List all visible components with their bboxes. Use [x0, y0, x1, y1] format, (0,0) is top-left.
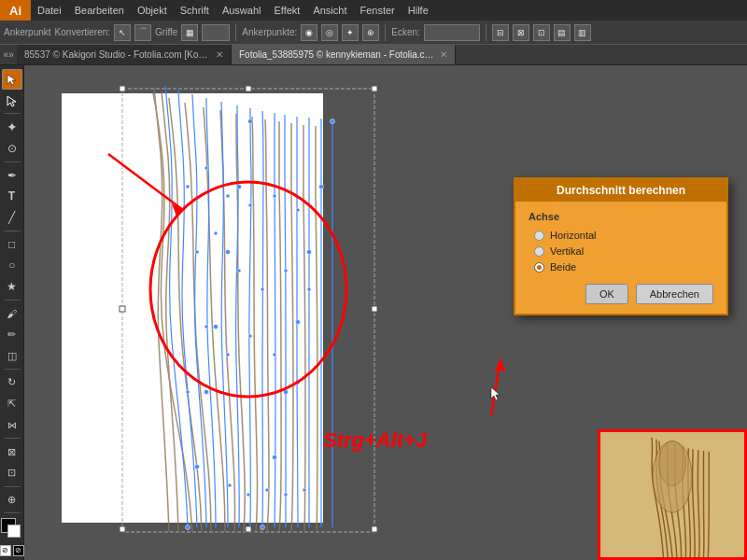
grips-icon[interactable]: ▦ [181, 24, 198, 41]
left-toolbar: ✦ ⊙ ✒ T ╱ □ ○ ★ 🖌 ✏ ◫ ↻ ⇱ ⋈ ⊠ ⊡ ⊕ ⊘ ⊘ [0, 65, 24, 560]
none-swatches: ⊘ ⊘ [0, 545, 24, 556]
menu-effekt[interactable]: Effekt [267, 3, 306, 18]
svg-marker-52 [495, 359, 506, 371]
svg-point-11 [186, 525, 190, 530]
menu-auswahl[interactable]: Auswahl [216, 3, 268, 18]
separator1 [235, 24, 236, 41]
menu-objekt[interactable]: Objekt [131, 3, 174, 18]
svg-rect-3 [120, 86, 125, 91]
tool-sep-2 [4, 161, 21, 162]
menu-schrift[interactable]: Schrift [174, 3, 216, 18]
tool-line[interactable]: ╱ [2, 207, 22, 228]
tool-pencil[interactable]: ✏ [2, 325, 22, 345]
tab-collapse-btn[interactable]: «» [0, 45, 17, 64]
shortcut-annotation: Strg+Alt+J [323, 428, 427, 453]
svg-point-56 [659, 441, 686, 486]
tool-sep-1 [4, 113, 21, 114]
tool-paintbrush[interactable]: 🖌 [2, 303, 22, 324]
tool-sep-4 [4, 300, 21, 301]
dialog-body: Achse Horizontal Vertikal Beide [515, 202, 726, 314]
anchor-icon[interactable]: ◉ [301, 24, 317, 41]
menu-hilfe[interactable]: Hilfe [402, 3, 435, 18]
radio-beide-label: Beide [550, 261, 576, 273]
tool-star[interactable]: ★ [2, 276, 22, 297]
tool-warp[interactable]: ⋈ [2, 415, 22, 436]
menu-fenster[interactable]: Fenster [353, 3, 401, 18]
canvas-area[interactable]: Strg+Alt+J Durchschnitt berechnen Achse … [24, 65, 747, 560]
tool-pen[interactable]: ✒ [2, 165, 22, 186]
tab-1-close[interactable]: ✕ [216, 49, 223, 60]
radio-horizontal-label: Horizontal [550, 230, 597, 241]
tool-eraser[interactable]: ◫ [2, 345, 22, 366]
dialog-durchschnitt: Durchschnitt berechnen Achse Horizontal … [514, 177, 728, 315]
anchor-points-label: Ankerpunkte: [242, 27, 297, 37]
align-icon4[interactable]: ▤ [554, 24, 571, 41]
align-icon5[interactable]: ▥ [574, 24, 591, 41]
background-swatch[interactable] [7, 525, 21, 538]
tab-2-close[interactable]: ✕ [440, 49, 447, 60]
anchor-label: Ankerpunkt [4, 27, 51, 37]
tab-1-label: 85537 © Kakigori Studio - Fotolia.com [K… [24, 49, 210, 60]
thumbnail-svg [600, 432, 744, 557]
radio-horizontal-circle[interactable] [534, 231, 544, 241]
svg-rect-4 [246, 86, 251, 91]
svg-rect-8 [120, 526, 125, 532]
convert-icon2[interactable]: ⌒ [134, 24, 151, 41]
canvas-document [62, 93, 323, 523]
tab-2[interactable]: Fotolia_53885975 © kennykieman - Fotolia… [232, 45, 456, 64]
tool-sep-5 [4, 369, 21, 370]
stroke-none[interactable]: ⊘ [13, 545, 24, 556]
tool-scale[interactable]: ⇱ [2, 394, 22, 414]
tool-selection[interactable] [2, 69, 22, 90]
thumbnail-image [598, 429, 747, 560]
color-swatches[interactable] [1, 518, 23, 540]
dialog-title: Durchschnitt berechnen [515, 179, 726, 202]
menu-datei[interactable]: Datei [31, 3, 68, 18]
radio-horizontal[interactable]: Horizontal [534, 230, 713, 241]
menu-bearbeiten[interactable]: Bearbeiten [68, 3, 131, 18]
tool-zoom[interactable]: ⊕ [2, 490, 22, 511]
cancel-button[interactable]: Abbrechen [636, 284, 713, 304]
grips-input[interactable] [202, 24, 230, 41]
tool-text[interactable]: T [2, 187, 22, 207]
tool-eyedropper[interactable]: ⊡ [2, 463, 22, 483]
svg-point-24 [331, 119, 335, 124]
tool-rect[interactable]: □ [2, 234, 22, 255]
align-icon1[interactable]: ⊟ [492, 24, 509, 41]
svg-point-18 [261, 525, 265, 530]
ok-button[interactable]: OK [585, 284, 628, 304]
tab-2-label: Fotolia_53885975 © kennykieman - Fotolia… [239, 49, 434, 60]
radio-vertikal[interactable]: Vertikal [534, 245, 713, 257]
control-toolbar: Ankerpunkt Konvertieren: ↖ ⌒ Griffe ▦ An… [0, 21, 747, 45]
align-icon2[interactable]: ⊠ [513, 24, 529, 41]
menu-ansicht[interactable]: Ansicht [306, 3, 353, 18]
radio-beide-circle[interactable] [534, 262, 544, 273]
tool-rotate[interactable]: ↻ [2, 372, 22, 393]
svg-rect-5 [372, 86, 377, 91]
align-icon3[interactable]: ⊡ [533, 24, 550, 41]
radio-beide[interactable]: Beide [534, 261, 713, 273]
svg-rect-9 [246, 526, 251, 532]
corners-input[interactable] [424, 24, 480, 41]
svg-marker-53 [491, 387, 500, 400]
anchor-icon4[interactable]: ⊕ [362, 24, 379, 41]
tool-sep-8 [4, 512, 21, 513]
fill-none[interactable]: ⊘ [0, 545, 11, 556]
tool-direct-selection[interactable] [2, 91, 22, 111]
tab-bar: «» 85537 © Kakigori Studio - Fotolia.com… [0, 45, 747, 65]
anchor-icon3[interactable]: ✦ [342, 24, 359, 41]
tool-ellipse[interactable]: ○ [2, 256, 22, 276]
axis-group-label: Achse [529, 211, 713, 222]
tool-lasso[interactable]: ⊙ [2, 138, 22, 159]
svg-line-51 [491, 359, 500, 415]
convert-icon1[interactable]: ↖ [114, 24, 131, 41]
tool-sep-6 [4, 438, 21, 439]
svg-rect-10 [372, 526, 377, 532]
separator3 [486, 24, 486, 41]
tab-1[interactable]: 85537 © Kakigori Studio - Fotolia.com [K… [17, 45, 232, 64]
radio-group-axis: Horizontal Vertikal Beide [534, 230, 713, 273]
anchor-icon2[interactable]: ◎ [321, 24, 338, 41]
tool-blend[interactable]: ⊠ [2, 441, 22, 462]
radio-vertikal-circle[interactable] [534, 246, 544, 257]
tool-magic-wand[interactable]: ✦ [2, 117, 22, 137]
